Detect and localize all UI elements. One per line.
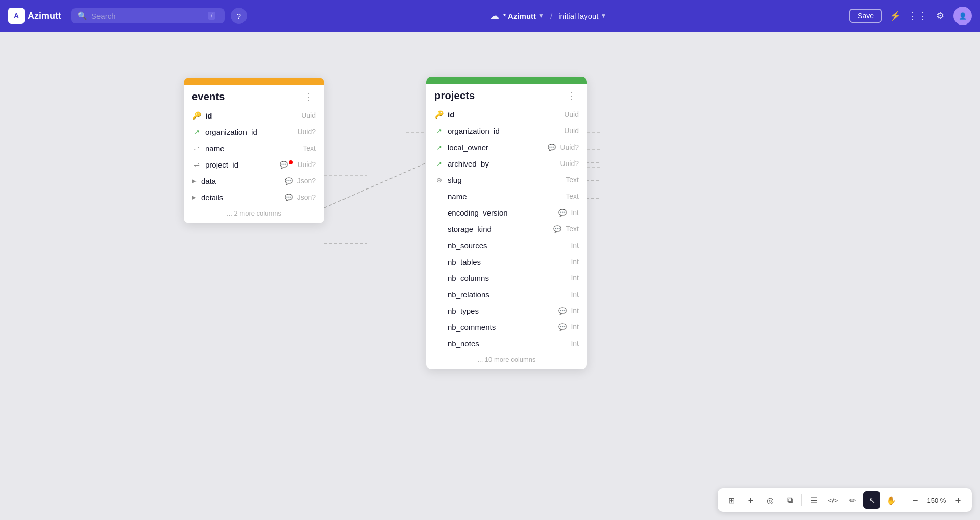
row-name: name [448,192,561,201]
row-type: Int [571,339,579,347]
logo: A Azimutt [8,8,61,24]
comment-icon: 💬 [280,161,288,169]
share-button[interactable]: ⋮⋮ [909,7,927,25]
zoom-plus-icon: + [955,495,961,506]
zoom-in-button[interactable]: + [949,491,967,509]
table-row[interactable]: ↗ organization_id Uuid [426,123,587,139]
badge-dot [289,160,293,164]
center-button[interactable]: ◎ [762,491,779,509]
project-name[interactable]: * Azimutt ▼ [503,12,544,20]
bottom-toolbar: ⊞ + ◎ ⧉ ☰ </> ✏ ↖ ✋ − 150 % + [718,488,972,512]
search-kbd: / [208,12,215,20]
hand-button[interactable]: ✋ [883,491,900,509]
zoom-level: 150 % [926,497,947,504]
share-icon: ⋮⋮ [908,10,928,22]
table-row[interactable]: nb_types 💬 Int [426,302,587,319]
row-type: Uuid [564,110,579,119]
bolt-icon: ⚡ [890,10,901,21]
events-table-title: events [192,91,225,103]
table-row[interactable]: ▶ data 💬 Json? [184,173,324,189]
code-icon: </> [828,497,838,504]
table-row[interactable]: ⇌ project_id 💬 Uuid? [184,156,324,173]
more-columns[interactable]: ... 10 more columns [426,351,587,369]
row-type: Text [566,176,579,184]
zoom-plus-button[interactable]: + [742,491,760,509]
zoom-out-button[interactable]: − [906,491,924,509]
row-name: encoding_version [448,208,553,217]
table-row[interactable]: name Text [426,188,587,204]
table-row[interactable]: ⊛ slug Text [426,172,587,188]
table-row[interactable]: nb_relations Int [426,286,587,302]
row-type: Int [571,290,579,298]
table-row[interactable]: storage_kind 💬 Text [426,221,587,237]
cursor-icon: ↖ [869,495,875,505]
edit-icon: ✏ [849,495,856,505]
avatar[interactable]: 👤 [953,7,972,25]
row-name: id [448,110,560,119]
zoom-out-icon: − [913,495,918,506]
bolt-button[interactable]: ⚡ [886,7,904,25]
header-center: ☁ * Azimutt ▼ / initial layout ▼ [253,10,843,21]
projects-title-row: projects ⋮ [426,84,587,106]
list-button[interactable]: ☰ [805,491,822,509]
save-button[interactable]: Save [849,9,882,23]
code-button[interactable]: </> [824,491,842,509]
sort-icon: ⇌ [192,161,201,169]
row-name: nb_notes [448,339,567,348]
row-type: Text [566,192,579,200]
row-type: Json? [297,177,316,185]
logo-icon: A [8,8,24,24]
search-input[interactable] [91,12,204,20]
layout-button[interactable]: ⧉ [781,491,798,509]
more-columns[interactable]: ... 2 more columns [184,205,324,223]
header: A Azimutt 🔍 / ? ☁ * Azimutt ▼ / initial … [0,0,980,32]
settings-button[interactable]: ⚙ [931,7,949,25]
expand-icon: ▶ [192,194,196,201]
fit-button[interactable]: ⊞ [723,491,740,509]
search-bar[interactable]: 🔍 / [71,8,225,23]
avatar-initials: 👤 [959,12,967,20]
sort-icon: ⇌ [192,145,201,152]
toolbar-divider [801,494,802,506]
row-type: Uuid? [560,143,579,151]
table-row[interactable]: ⇌ name Text [184,140,324,156]
table-row[interactable]: nb_columns Int [426,270,587,286]
table-row[interactable]: encoding_version 💬 Int [426,204,587,221]
table-row[interactable]: ↗ organization_id Uuid? [184,124,324,140]
row-type: Int [571,306,579,315]
cursor-button[interactable]: ↖ [863,491,880,509]
edit-button[interactable]: ✏ [844,491,861,509]
row-type: Text [303,144,316,152]
row-name: nb_types [448,306,553,315]
layout-chevron-icon: ▼ [601,12,607,19]
table-row[interactable]: nb_sources Int [426,237,587,253]
row-type: Json? [297,193,316,201]
table-row[interactable]: nb_tables Int [426,253,587,270]
row-type: Int [571,274,579,282]
layout-name[interactable]: initial layout ▼ [558,12,606,20]
slug-icon: ⊛ [434,176,444,184]
row-name: project_id [205,160,275,169]
help-button[interactable]: ? [231,8,247,24]
toolbar-divider-2 [903,494,903,506]
table-row[interactable]: 🔑 id Uuid [426,106,587,123]
row-type: Int [571,241,579,249]
projects-menu-button[interactable]: ⋮ [564,89,579,102]
zoom-in-icon: + [748,495,754,506]
row-name: id [205,111,297,120]
row-name: organization_id [205,128,293,136]
table-row[interactable]: nb_comments 💬 Int [426,319,587,335]
fk-icon: ↗ [434,160,444,168]
events-menu-button[interactable]: ⋮ [301,90,316,103]
comment-icon: 💬 [553,225,561,233]
table-row[interactable]: ▶ details 💬 Json? [184,189,324,205]
cloud-icon: ☁ [490,10,499,21]
table-row[interactable]: 🔑 id Uuid [184,107,324,124]
canvas[interactable]: events ⋮ 🔑 id Uuid ↗ organization_id Uui… [0,32,980,520]
table-row[interactable]: nb_notes Int [426,335,587,351]
row-name: archived_by [448,159,556,168]
row-type: Int [571,257,579,266]
table-row[interactable]: ↗ local_owner 💬 Uuid? [426,139,587,155]
logo-text: Azimutt [28,11,61,21]
table-row[interactable]: ↗ archived_by Uuid? [426,155,587,172]
